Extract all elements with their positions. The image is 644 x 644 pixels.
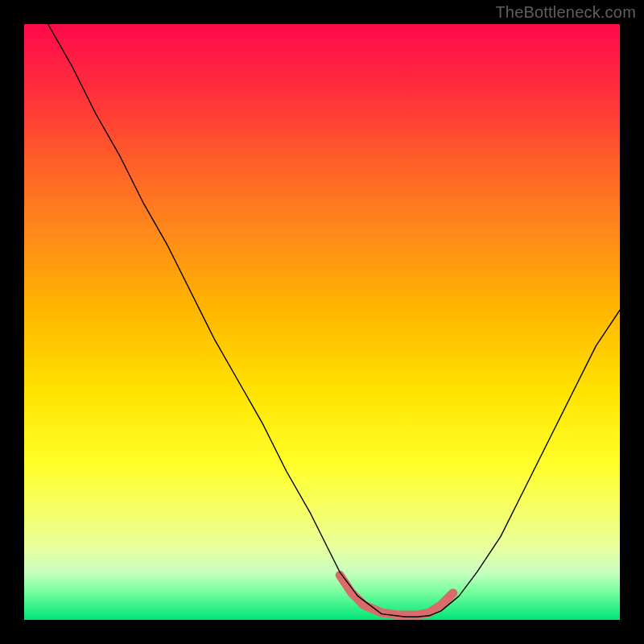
watermark-text: TheBottleneck.com <box>495 3 636 22</box>
chart-frame: TheBottleneck.com <box>0 0 644 644</box>
chart-svg <box>24 24 620 620</box>
plot-area <box>24 24 620 620</box>
curve-path <box>48 24 620 617</box>
